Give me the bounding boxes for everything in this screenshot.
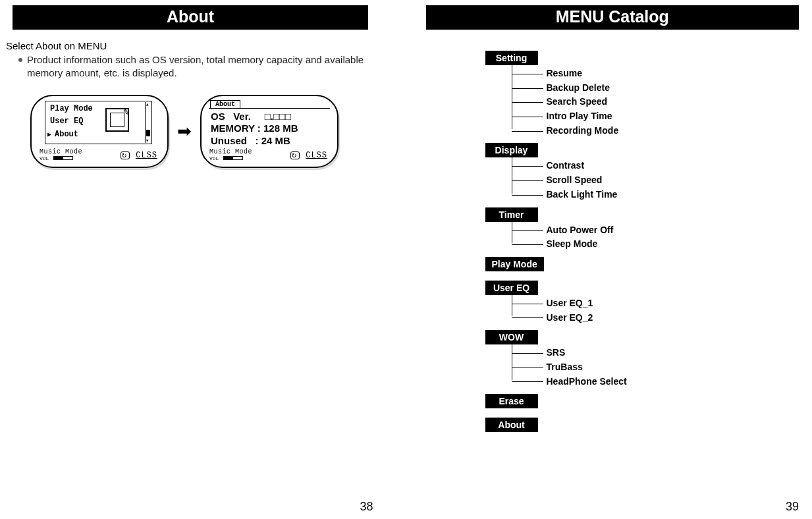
lcd-menu-list: Play Mode User EQ ▶ About (45, 101, 152, 144)
item-user-eq-2: User EQ_2 (512, 311, 799, 325)
status-music-mode: Music Mode (40, 148, 82, 155)
item-scroll-speed: Scroll Speed (512, 173, 799, 188)
label-erase: Erase (485, 394, 538, 408)
bullet-icon (18, 58, 22, 62)
menu-item-play-mode: Play Mode (50, 104, 93, 113)
item-headphone-select: HeadPhone Select (512, 375, 799, 389)
group-display: Display Contrast Scroll Speed Back Light… (485, 143, 799, 202)
group-timer: Timer Auto Power Off Sleep Mode (485, 207, 799, 252)
menu-item-about: About (55, 130, 78, 139)
chip-edit-icon (105, 108, 129, 132)
group-setting: Setting Resume Backup Delete Search Spee… (485, 51, 799, 138)
lcd-about-screen: About OS Ver. □.□□□ MEMORY : 128 MB Unus… (200, 95, 338, 168)
about-tab-underline (209, 108, 330, 109)
item-sleep-mode: Sleep Mode (512, 237, 799, 252)
item-user-eq-1: User EQ_1 (512, 296, 799, 311)
group-erase: Erase (485, 394, 799, 408)
status-vol-label: VOL (40, 155, 49, 161)
menu-selection-arrow-icon: ▶ (47, 130, 51, 138)
menu-catalog-banner: MENU Catalog (426, 5, 799, 30)
item-srs: SRS (512, 346, 799, 360)
item-search-speed: Search Speed (512, 95, 799, 109)
label-timer: Timer (485, 207, 538, 222)
page-number-39: 39 (786, 500, 799, 514)
about-bullet-text: Product information such as OS version, … (27, 53, 387, 80)
lcd-scrollbar (145, 102, 151, 143)
page-39: MENU Catalog Setting Resume Backup Delet… (406, 0, 813, 519)
about-memory-total: MEMORY : 128 MB (211, 123, 298, 135)
about-intro-text: Select About on MENU (6, 40, 387, 51)
repeat-icon (121, 151, 130, 159)
status-clss-2: CLSS (306, 151, 327, 160)
status-music-mode-2: Music Mode (209, 148, 252, 155)
item-backup-delete: Backup Delete (512, 81, 799, 96)
volume-bar-icon (53, 156, 73, 160)
item-trubass: TruBass (512, 360, 799, 375)
lcd-scroll-thumb (146, 130, 150, 136)
about-memory-unused: Unused : 24 MB (211, 135, 298, 148)
status-clss: CLSS (136, 151, 157, 160)
menu-item-user-eq: User EQ (50, 117, 83, 126)
group-user-eq: User EQ User EQ_1 User EQ_2 (485, 281, 799, 325)
repeat-icon-2 (290, 151, 300, 159)
item-contrast: Contrast (512, 159, 799, 173)
label-user-eq: User EQ (485, 281, 538, 295)
arrow-right-icon: ➡ (177, 121, 192, 142)
item-resume: Resume (512, 67, 799, 81)
about-bullet: Product information such as OS version, … (18, 53, 387, 80)
lcd-screens-row: Play Mode User EQ ▶ About Music Mode VOL… (30, 95, 387, 168)
group-wow: WOW SRS TruBass HeadPhone Select (485, 330, 799, 389)
item-back-light-time: Back Light Time (512, 188, 799, 202)
label-play-mode: Play Mode (485, 257, 544, 271)
group-about: About (485, 418, 799, 432)
page-38: About Select About on MENU Product infor… (0, 0, 406, 519)
lcd-status-bar: Music Mode VOL CLSS (39, 149, 160, 163)
about-os-ver: OS Ver. □.□□□ (211, 111, 298, 123)
item-intro-play-time: Intro Play Time (512, 109, 799, 124)
volume-bar-icon-2 (223, 156, 243, 160)
item-auto-power-off: Auto Power Off (512, 223, 799, 238)
lcd-menu-screen: Play Mode User EQ ▶ About Music Mode VOL… (30, 95, 169, 168)
label-about: About (485, 418, 538, 432)
page-number-38: 38 (360, 500, 373, 514)
lcd-status-bar-2: Music Mode VOL CLSS (209, 149, 330, 163)
menu-catalog-tree: Setting Resume Backup Delete Search Spee… (485, 51, 799, 432)
item-recording-mode: Recording Mode (512, 124, 799, 138)
about-section-banner: About (13, 5, 368, 30)
about-tab-label: About (210, 100, 240, 108)
label-display: Display (485, 143, 538, 157)
label-setting: Setting (485, 51, 538, 65)
about-info-body: OS Ver. □.□□□ MEMORY : 128 MB Unused : 2… (211, 111, 298, 148)
status-vol-label-2: VOL (209, 155, 219, 161)
label-wow: WOW (485, 330, 538, 344)
group-play-mode: Play Mode (485, 257, 799, 271)
